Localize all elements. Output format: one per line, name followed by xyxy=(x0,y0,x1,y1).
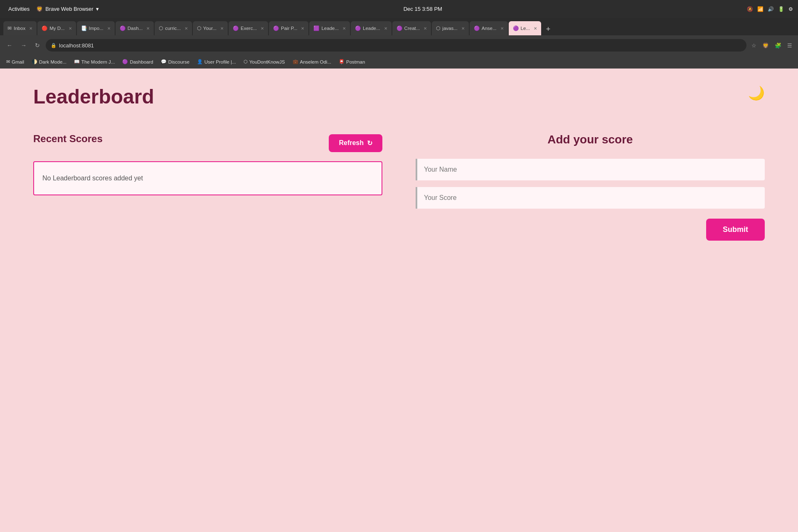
bookmark-postman[interactable]: 📮Postman xyxy=(336,58,368,66)
tab-leade1[interactable]: 🟪 Leade...✕ xyxy=(309,21,350,35)
nav-bar: ← → ↻ 🔒 localhost:8081 ☆ 🦁 🧩 ☰ xyxy=(0,35,798,55)
browser-chrome: ✉ Inbox✕ 🔴 My D...✕ 📑 Impo...✕ 🟣 Dash...… xyxy=(0,18,798,69)
scores-box: No Leaderboard scores added yet xyxy=(33,161,382,195)
refresh-icon: ↻ xyxy=(367,139,372,147)
brave-shield-button[interactable]: 🦁 xyxy=(761,41,771,50)
url-text: localhost:8081 xyxy=(59,42,94,49)
forward-button[interactable]: → xyxy=(18,40,29,50)
bookmark-userprofile[interactable]: 👤User Profile |... xyxy=(194,58,239,66)
tab-myd[interactable]: 🔴 My D...✕ xyxy=(37,21,76,35)
refresh-label: Refresh xyxy=(339,139,364,147)
tab-inbox[interactable]: ✉ Inbox✕ xyxy=(3,21,37,35)
lock-icon: 🔒 xyxy=(51,43,57,48)
recent-scores-panel: Recent Scores Refresh ↻ No Leaderboard s… xyxy=(33,133,382,195)
submit-button[interactable]: Submit xyxy=(706,219,765,241)
tab-creat[interactable]: 🟣 Creat...✕ xyxy=(392,21,431,35)
bookmark-modernj[interactable]: 📖The Modern J... xyxy=(71,58,118,66)
browser-title-label: 🦁 Brave Web Browser ▾ xyxy=(36,6,99,12)
tab-your[interactable]: ⬡ Your...✕ xyxy=(193,21,228,35)
add-score-title: Add your score xyxy=(416,133,765,146)
tab-pairp[interactable]: 🟣 Pair P...✕ xyxy=(269,21,308,35)
battery-icon: 🔋 xyxy=(778,6,784,12)
bookmark-dashboard[interactable]: 🟣Dashboard xyxy=(119,58,156,66)
settings-icon: ⚙ xyxy=(788,6,793,12)
recent-scores-header: Recent Scores Refresh ↻ xyxy=(33,133,382,153)
page-content: Leaderboard 🌙 Recent Scores Refresh ↻ No… xyxy=(0,69,798,532)
reload-button[interactable]: ↻ xyxy=(32,40,42,50)
score-form: Submit xyxy=(416,159,765,241)
tab-le-active[interactable]: 🟣 Le...✕ xyxy=(509,21,541,35)
tab-impo[interactable]: 📑 Impo...✕ xyxy=(77,21,115,35)
tab-anse[interactable]: 🟣 Anse...✕ xyxy=(470,21,508,35)
new-tab-button[interactable]: + xyxy=(542,23,554,35)
tab-leade2[interactable]: 🟣 Leade...✕ xyxy=(351,21,392,35)
bookmark-anselem[interactable]: 💼Anselem Odi... xyxy=(290,58,334,66)
bookmark-ydkjs[interactable]: ⬡YouDontKnowJS xyxy=(241,58,288,66)
os-top-bar: Activities 🦁 Brave Web Browser ▾ Dec 15 … xyxy=(0,0,798,18)
name-input[interactable] xyxy=(416,159,765,180)
datetime-label: Dec 15 3:58 PM xyxy=(404,6,442,12)
add-score-panel: Add your score Submit xyxy=(416,133,765,241)
no-scores-message: No Leaderboard scores added yet xyxy=(42,175,143,182)
main-layout: Recent Scores Refresh ↻ No Leaderboard s… xyxy=(33,133,765,241)
tab-dash[interactable]: 🟣 Dash...✕ xyxy=(116,21,154,35)
dark-mode-toggle[interactable]: 🌙 xyxy=(748,85,765,101)
menu-button[interactable]: ☰ xyxy=(786,41,794,50)
tab-javas[interactable]: ⬡ javas...✕ xyxy=(432,21,468,35)
bookmark-darkmode[interactable]: 🌓Dark Mode... xyxy=(29,58,69,66)
activities-button[interactable]: Activities xyxy=(5,4,33,14)
bookmarks-bar: ✉Gmail 🌓Dark Mode... 📖The Modern J... 🟣D… xyxy=(0,55,798,69)
recent-scores-title: Recent Scores xyxy=(33,133,103,145)
tab-curric[interactable]: ⬡ curric...✕ xyxy=(155,21,192,35)
chevron-down-icon: ▾ xyxy=(96,6,99,12)
score-input[interactable] xyxy=(416,187,765,209)
refresh-button[interactable]: Refresh ↻ xyxy=(329,134,382,152)
bookmark-gmail[interactable]: ✉Gmail xyxy=(3,58,27,66)
tabs-bar: ✉ Inbox✕ 🔴 My D...✕ 📑 Impo...✕ 🟣 Dash...… xyxy=(0,18,798,35)
bookmark-discourse[interactable]: 💬Discourse xyxy=(158,58,192,66)
brave-icon: 🦁 xyxy=(36,6,43,12)
bookmark-button[interactable]: ☆ xyxy=(750,41,758,50)
wifi-icon: 📶 xyxy=(757,6,764,12)
page-title: Leaderboard xyxy=(33,85,765,108)
notification-icon: 🔕 xyxy=(747,6,753,12)
tab-exerc[interactable]: 🟣 Exerc...✕ xyxy=(229,21,268,35)
extensions-button[interactable]: 🧩 xyxy=(773,41,783,50)
volume-icon: 🔊 xyxy=(768,6,774,12)
address-bar[interactable]: 🔒 localhost:8081 xyxy=(46,39,746,52)
back-button[interactable]: ← xyxy=(4,40,15,50)
